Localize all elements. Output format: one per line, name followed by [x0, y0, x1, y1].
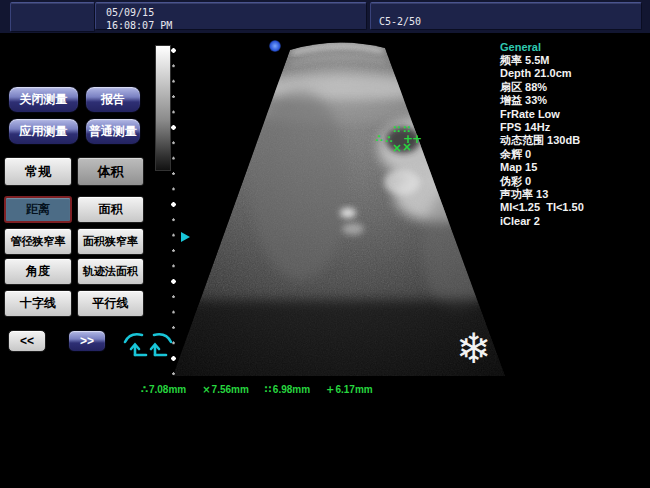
probe-orientation-icon — [121, 327, 175, 363]
param-map: Map 15 — [500, 161, 648, 174]
result-distance-1: ∴ 7.08mm — [141, 384, 186, 395]
caliper-plus-2[interactable]: + — [412, 134, 422, 144]
measure-angle-button[interactable]: 角度 — [4, 258, 72, 285]
caliper-x-1[interactable]: × — [392, 143, 402, 153]
param-sector: 扇区 88% — [500, 81, 648, 94]
preset-title: General — [500, 40, 648, 54]
param-dynamic-range: 动态范围 130dB — [500, 134, 648, 147]
result-distance-4: + 6.17mm — [326, 384, 373, 395]
caliper-dotted-plus-1[interactable]: ∴ — [376, 134, 383, 144]
result-marker-x: × — [202, 384, 210, 395]
param-iclear: iClear 2 — [500, 215, 648, 228]
probe-orientation-dot — [269, 40, 281, 52]
tab-general[interactable]: 常规 — [4, 157, 72, 186]
measure-crosshair-button[interactable]: 十字线 — [4, 290, 72, 317]
param-gain: 增益 33% — [500, 94, 648, 107]
param-chroma: 伪彩 0 — [500, 175, 648, 188]
measurement-results-bar: ∴ 7.08mm × 7.56mm ∷ 6.98mm + 6.17mm — [141, 384, 373, 395]
pager-next-button[interactable]: >> — [68, 330, 106, 352]
measure-area-button[interactable]: 面积 — [77, 196, 144, 223]
report-button[interactable]: 报告 — [85, 86, 141, 113]
date-text: 05/09/15 — [106, 6, 366, 19]
probe-preset-text: C5-2/50 — [379, 16, 421, 27]
focus-position-arrow[interactable] — [181, 232, 190, 242]
param-mi-ti: MI<1.25 TI<1.50 — [500, 201, 648, 214]
result-marker-dotted-x: ∷ — [265, 384, 272, 395]
pager-prev-button[interactable]: << — [8, 330, 46, 352]
topbar-blank-panel — [10, 2, 95, 32]
apply-measure-button[interactable]: 应用测量 — [8, 118, 79, 145]
result-value-4: 6.17mm — [335, 384, 372, 395]
grayscale-bar — [155, 45, 171, 171]
measure-distance-button[interactable]: 距离 — [4, 196, 72, 223]
measure-area-stenosis-button[interactable]: 面积狭窄率 — [77, 228, 144, 255]
tab-volume[interactable]: 体积 — [77, 157, 144, 186]
ultrasound-screen: 05/09/15 16:08:07 PM C5-2/50 关闭测量 报告 应用测… — [0, 0, 650, 488]
param-frame-rate: FrRate Low — [500, 108, 648, 121]
result-marker-plus: + — [326, 384, 334, 395]
param-depth: Depth 21.0cm — [500, 67, 648, 80]
freeze-icon: ❄ — [456, 326, 491, 372]
result-distance-3: ∷ 6.98mm — [265, 384, 310, 395]
result-value-2: 7.56mm — [212, 384, 249, 395]
top-status-bar: 05/09/15 16:08:07 PM C5-2/50 — [0, 0, 650, 33]
close-measure-button[interactable]: 关闭测量 — [8, 86, 79, 113]
param-acoustic-power: 声功率 13 — [500, 188, 648, 201]
measure-trace-area-button[interactable]: 轨迹法面积 — [77, 258, 144, 285]
measure-parallel-button[interactable]: 平行线 — [77, 290, 144, 317]
param-frequency: 频率 5.5M — [500, 54, 648, 67]
time-text: 16:08:07 PM — [106, 19, 366, 32]
result-value-3: 6.98mm — [273, 384, 310, 395]
measure-diameter-stenosis-button[interactable]: 管径狭窄率 — [4, 228, 72, 255]
image-parameters-panel: General 频率 5.5M Depth 21.0cm 扇区 88% 增益 3… — [500, 40, 648, 228]
result-value-1: 7.08mm — [149, 384, 186, 395]
caliper-x-2[interactable]: × — [402, 142, 412, 152]
param-persistence: 余辉 0 — [500, 148, 648, 161]
caliper-dotted-x-1[interactable]: ∷ — [394, 125, 401, 135]
param-fps: FPS 14Hz — [500, 121, 648, 134]
result-distance-2: × 7.56mm — [202, 384, 249, 395]
datetime-panel: 05/09/15 16:08:07 PM — [95, 2, 367, 30]
result-marker-dotted-plus: ∴ — [141, 384, 148, 395]
probe-preset-panel: C5-2/50 — [370, 2, 642, 30]
common-measure-button[interactable]: 普通测量 — [85, 118, 141, 145]
